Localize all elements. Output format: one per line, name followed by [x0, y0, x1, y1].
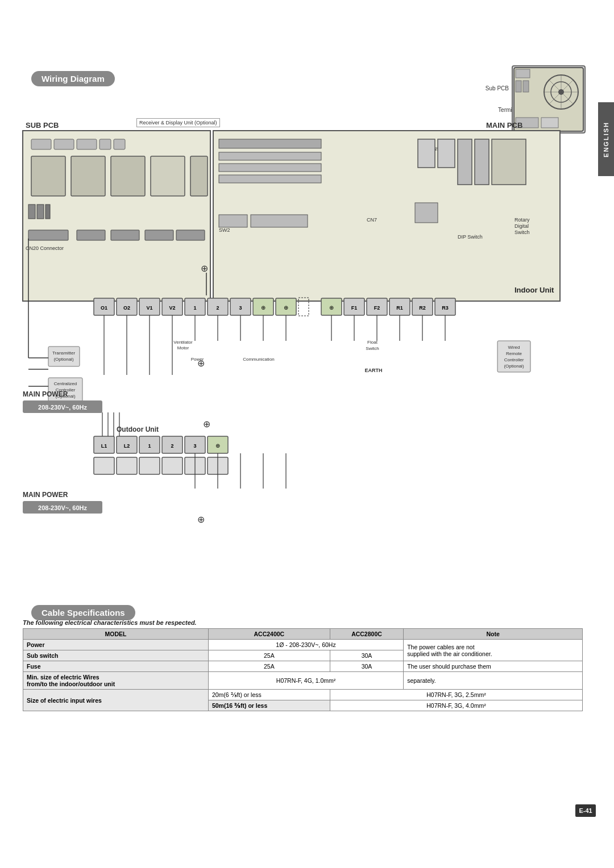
svg-text:⊕: ⊕: [203, 419, 210, 429]
svg-rect-146: [208, 436, 228, 453]
row-power-note: The power cables are notsupplied with th…: [404, 640, 583, 661]
svg-text:Controller: Controller: [56, 387, 76, 393]
svg-text:Rotary: Rotary: [515, 217, 530, 223]
svg-rect-12: [541, 118, 558, 128]
svg-text:Ventilator: Ventilator: [173, 340, 193, 345]
svg-rect-149: [117, 457, 137, 474]
svg-rect-18: [99, 139, 111, 149]
svg-text:Remote: Remote: [506, 351, 522, 356]
svg-text:Float: Float: [367, 340, 378, 345]
cable-specifications-heading: Cable Specifications: [31, 605, 135, 620]
svg-text:L1: L1: [101, 443, 107, 449]
svg-text:L2: L2: [124, 443, 130, 449]
svg-text:Transmitter: Transmitter: [52, 350, 75, 356]
svg-text:208-230V~, 60Hz: 208-230V~, 60Hz: [38, 504, 87, 511]
svg-text:F2: F2: [374, 305, 380, 311]
svg-text:Digital: Digital: [515, 223, 529, 229]
svg-text:⊕: ⊕: [197, 358, 205, 368]
svg-rect-43: [492, 139, 526, 185]
svg-text:(Optional): (Optional): [55, 394, 75, 399]
svg-rect-76: [321, 298, 342, 315]
svg-rect-53: [251, 215, 308, 227]
svg-rect-59: [117, 298, 137, 315]
svg-rect-32: [176, 230, 205, 240]
col-note: Note: [404, 629, 583, 640]
svg-text:⊕: ⊕: [215, 443, 220, 449]
svg-rect-28: [28, 230, 68, 240]
svg-text:⊕: ⊕: [284, 304, 288, 311]
language-label: ENGLISH: [603, 122, 609, 157]
svg-rect-61: [139, 298, 160, 315]
svg-text:Centralized: Centralized: [54, 381, 77, 386]
svg-rect-29: [77, 230, 105, 240]
svg-text:Outdoor Unit: Outdoor Unit: [117, 425, 159, 433]
svg-text:CN7: CN7: [367, 217, 377, 223]
col-acc2400c: ACC2400C: [208, 629, 330, 640]
svg-text:SW1: SW1: [418, 210, 429, 216]
svg-rect-148: [94, 457, 114, 474]
svg-rect-150: [139, 457, 160, 474]
svg-rect-11: [516, 118, 538, 128]
terminal-row-right: ⊕ F1 F2 R1 R2 R3: [321, 298, 455, 315]
svg-rect-8: [516, 69, 530, 78]
svg-text:SW2: SW2: [219, 227, 230, 233]
row-subswitch-acc2800c: 30A: [330, 650, 403, 661]
svg-text:3: 3: [193, 443, 196, 449]
svg-text:⊕: ⊕: [201, 264, 208, 273]
specs-table: MODEL ACC2400C ACC2800C Note Power 1Ø - …: [23, 628, 583, 711]
table-row: Power 1Ø - 208-230V~, 60Hz The power cab…: [23, 640, 583, 650]
svg-text:DIP Switch: DIP Switch: [458, 234, 483, 240]
row-label-fuse: Fuse: [23, 661, 209, 672]
row-fuse-acc2800c: 30A: [330, 661, 403, 672]
svg-text:208-230V~, 60Hz: 208-230V~, 60Hz: [38, 404, 87, 411]
svg-rect-9: [516, 81, 521, 92]
svg-rect-152: [185, 457, 205, 474]
table-row: Fuse 25A 30A The user should purchase th…: [23, 661, 583, 672]
svg-text:3: 3: [239, 305, 242, 311]
svg-rect-22: [111, 156, 145, 196]
svg-text:1: 1: [148, 443, 151, 449]
svg-rect-26: [37, 205, 44, 219]
svg-rect-35: [219, 139, 321, 148]
svg-rect-69: [230, 298, 251, 315]
svg-rect-24: [190, 156, 208, 196]
sidebar-english: ENGLISH: [598, 102, 614, 176]
wiring-diagram-svg: SUB PCB MAIN PCB CN20 Connector CN9: [20, 57, 588, 614]
row-minwires-note: separately.: [404, 672, 583, 690]
svg-rect-17: [77, 139, 97, 149]
page-container: ENGLISH E-41 Wiring Diagram Main PCB Sub…: [0, 0, 614, 868]
col-acc2800c: ACC2800C: [330, 629, 403, 640]
svg-rect-140: [139, 436, 160, 453]
row-label-power: Power: [23, 640, 209, 650]
svg-text:⊕: ⊕: [197, 515, 205, 524]
sub-pcb-top-label: Sub PCB: [486, 85, 509, 91]
receiver-display-label: Receiver & Display Unit (Optional): [136, 118, 220, 127]
row-inputwires-data2: H07RN-F, 3G, 4.0mm²: [330, 700, 582, 711]
svg-rect-15: [31, 139, 51, 149]
svg-rect-31: [145, 230, 173, 240]
svg-rect-13: [23, 131, 210, 301]
svg-rect-80: [367, 298, 387, 315]
svg-rect-21: [71, 156, 105, 196]
pcb-svg: [513, 66, 584, 132]
table-row: Size of electric input wires 20m(6 ⅔ft) …: [23, 690, 583, 700]
svg-rect-88: [48, 347, 80, 366]
svg-text:O2: O2: [123, 305, 130, 311]
svg-rect-73: [276, 298, 296, 315]
svg-rect-84: [412, 298, 433, 315]
svg-rect-51: [415, 203, 438, 223]
svg-text:⊕: ⊕: [261, 304, 265, 311]
row-label-subswitch: Sub switch: [23, 650, 209, 661]
svg-rect-25: [28, 205, 35, 219]
svg-text:CN20 Connector: CN20 Connector: [26, 245, 64, 251]
svg-rect-78: [344, 298, 364, 315]
svg-text:Motor: Motor: [177, 345, 189, 350]
svg-rect-41: [458, 139, 472, 185]
svg-text:Indoor Unit: Indoor Unit: [515, 286, 554, 294]
svg-rect-144: [185, 436, 205, 453]
svg-rect-10: [523, 81, 529, 92]
row-inputwires-sub1: 20m(6 ⅔ft) or less: [208, 690, 330, 700]
svg-rect-67: [208, 298, 228, 315]
svg-text:MAIN POWER: MAIN POWER: [23, 491, 68, 499]
svg-rect-151: [162, 457, 182, 474]
